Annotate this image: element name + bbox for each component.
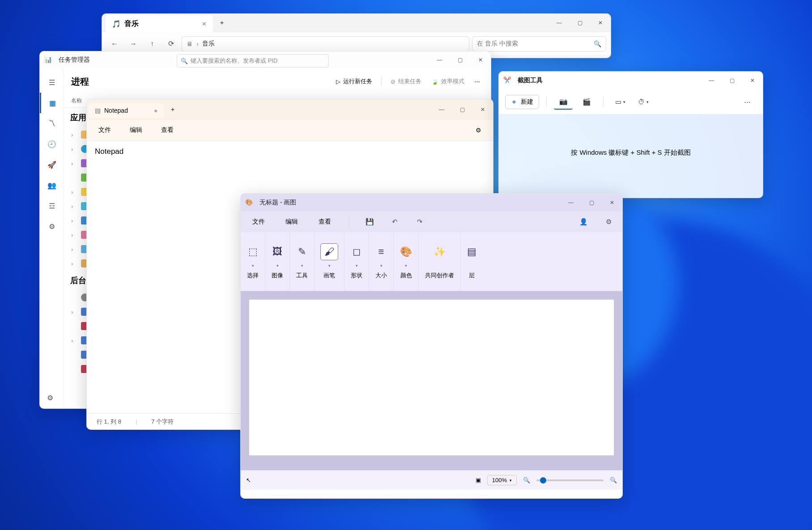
- close-button[interactable]: ✕: [590, 13, 611, 32]
- settings-icon[interactable]: ⚙: [601, 214, 616, 229]
- paint-ribbon: ⬚ ▾ 选择 🖼 ▾ 图像 ✎ ▾ 工具 🖌 ▾ 画笔 ◻ ▾ 形状 ≡ ▾ 大…: [241, 232, 622, 291]
- minimize-button[interactable]: —: [429, 51, 450, 69]
- ribbon-select[interactable]: ⬚ ▾ 选择: [241, 232, 265, 291]
- avatar-icon[interactable]: 👤: [576, 214, 591, 229]
- close-button[interactable]: ✕: [470, 51, 491, 69]
- paint-canvas[interactable]: [249, 299, 614, 456]
- menu-edit[interactable]: 编辑: [280, 215, 303, 229]
- music-search[interactable]: 在 音乐 中搜索 🔍: [472, 36, 606, 51]
- new-tab-button[interactable]: ＋: [215, 16, 229, 30]
- undo-icon[interactable]: ↶: [387, 214, 402, 229]
- processes-icon[interactable]: ▦: [40, 93, 64, 113]
- menu-icon[interactable]: ☰: [40, 72, 64, 93]
- menu-view[interactable]: 查看: [313, 215, 336, 229]
- refresh-icon[interactable]: ⟳: [163, 36, 179, 52]
- maximize-button[interactable]: ▢: [722, 71, 742, 90]
- users-icon[interactable]: 👥: [40, 175, 64, 195]
- up-icon[interactable]: ↑: [144, 36, 160, 52]
- redo-icon[interactable]: ↷: [412, 214, 427, 229]
- zoom-slider[interactable]: [536, 479, 604, 481]
- minimize-button[interactable]: —: [701, 71, 722, 90]
- menu-edit[interactable]: 编辑: [124, 123, 148, 137]
- settings-icon[interactable]: ⚙: [470, 123, 487, 137]
- maximize-button[interactable]: ▢: [570, 13, 590, 32]
- paint-titlebar[interactable]: 🎨 无标题 - 画图 — ▢ ✕: [241, 194, 622, 212]
- minimize-button[interactable]: —: [431, 100, 452, 119]
- maximize-button[interactable]: ▢: [581, 193, 602, 212]
- startup-icon[interactable]: 🚀: [40, 154, 64, 175]
- notepad-titlebar[interactable]: ▤ Notepad ● ＋ — ▢ ✕: [87, 99, 493, 120]
- services-icon[interactable]: ⚙: [40, 216, 64, 237]
- expand-icon[interactable]: ›: [71, 189, 77, 195]
- ribbon-colors[interactable]: 🎨 ▾ 颜色: [394, 232, 419, 291]
- ribbon-image[interactable]: 🖼 ▾ 图像: [265, 232, 290, 291]
- ribbon-layers[interactable]: ▤ ▾ 层: [461, 232, 483, 291]
- stop-icon: ⊘: [391, 78, 395, 85]
- save-icon[interactable]: 💾: [362, 214, 377, 229]
- more-button[interactable]: ⋯: [471, 76, 484, 87]
- slider-thumb[interactable]: [540, 477, 546, 483]
- menu-view[interactable]: 查看: [156, 123, 179, 137]
- expand-icon[interactable]: ›: [71, 217, 77, 224]
- maximize-button[interactable]: ▢: [450, 51, 470, 69]
- taskmgr-search[interactable]: 🔍 键入要搜索的名称、发布者或 PID: [177, 54, 329, 68]
- expand-icon[interactable]: ›: [71, 309, 77, 315]
- menu-file[interactable]: 文件: [93, 123, 116, 137]
- delay-button[interactable]: ⏱ ▾: [634, 94, 653, 110]
- ribbon-brush-label: 画笔: [323, 271, 335, 280]
- ribbon-cocreate[interactable]: ✨ ▾ 共同创作者: [419, 232, 461, 291]
- maximize-button[interactable]: ▢: [452, 100, 472, 119]
- expand-icon[interactable]: ›: [71, 160, 77, 167]
- ribbon-size[interactable]: ≡ ▾ 大小: [369, 232, 394, 291]
- photo-mode-button[interactable]: 📷: [554, 94, 573, 110]
- music-tab[interactable]: 🎵 音乐 ✕: [106, 15, 213, 32]
- more-button[interactable]: ⋯: [738, 94, 757, 110]
- breadcrumb-box[interactable]: 🖥 › 音乐: [182, 36, 469, 51]
- new-tab-button[interactable]: ＋: [166, 103, 180, 116]
- taskmgr-titlebar[interactable]: 📊 任务管理器 🔍 键入要搜索的名称、发布者或 PID — ▢ ✕: [40, 51, 491, 68]
- forward-icon[interactable]: →: [125, 36, 141, 52]
- expand-icon[interactable]: ›: [71, 203, 77, 210]
- shape-select-button[interactable]: ▭ ▾: [611, 94, 629, 110]
- expand-icon[interactable]: ›: [71, 232, 77, 238]
- close-button[interactable]: ✕: [472, 100, 493, 119]
- close-icon[interactable]: ✕: [202, 21, 207, 27]
- expand-icon[interactable]: ›: [71, 260, 77, 267]
- chevron-down-icon: ▾: [276, 263, 279, 268]
- snip-toolbar: ＋ 新建 📷 🎬 ▭ ▾ ⏱ ▾ ⋯: [499, 89, 763, 114]
- expand-icon[interactable]: ›: [71, 337, 77, 344]
- efficiency-mode-button[interactable]: 🍃效率模式: [428, 76, 468, 87]
- end-task-button[interactable]: ⊘结束任务: [387, 76, 425, 87]
- fit-icon[interactable]: ▣: [476, 477, 481, 483]
- zoom-select[interactable]: 100% ▾: [487, 475, 517, 485]
- zoom-out-icon[interactable]: 🔍: [523, 477, 530, 483]
- menu-file[interactable]: 文件: [247, 215, 270, 229]
- back-icon[interactable]: ←: [106, 36, 123, 52]
- minimize-button[interactable]: —: [561, 193, 581, 212]
- run-new-task-button[interactable]: ▷运行新任务: [332, 76, 376, 87]
- snip-titlebar[interactable]: ✂️ 截图工具 — ▢ ✕: [499, 72, 763, 89]
- history-icon[interactable]: 🕘: [40, 134, 64, 154]
- music-titlebar[interactable]: 🎵 音乐 ✕ ＋ — ▢ ✕: [102, 14, 611, 32]
- minimize-button[interactable]: —: [549, 13, 570, 32]
- ribbon-tools[interactable]: ✎ ▾ 工具: [290, 232, 315, 291]
- ribbon-shapes[interactable]: ◻ ▾ 形状: [344, 232, 369, 291]
- notepad-content[interactable]: Notepad: [87, 141, 493, 162]
- new-snip-button[interactable]: ＋ 新建: [505, 95, 539, 109]
- close-button[interactable]: ✕: [742, 71, 763, 90]
- new-label: 新建: [521, 98, 533, 106]
- expand-icon[interactable]: ›: [71, 246, 77, 253]
- details-icon[interactable]: ☲: [40, 195, 64, 216]
- expand-icon[interactable]: ›: [71, 131, 77, 138]
- expand-icon[interactable]: ›: [71, 146, 77, 153]
- zoom-in-icon[interactable]: 🔍: [610, 477, 617, 483]
- close-button[interactable]: ✕: [602, 193, 622, 212]
- video-mode-button[interactable]: 🎬: [577, 94, 596, 110]
- ribbon-brush[interactable]: 🖌 ▾ 画笔: [315, 232, 344, 291]
- chevron-down-icon: ▾: [356, 263, 358, 268]
- performance-icon[interactable]: 〽: [40, 113, 64, 134]
- notepad-tab[interactable]: ▤ Notepad ●: [89, 103, 164, 118]
- settings-icon[interactable]: ⚙: [47, 394, 53, 402]
- taskmgr-icon: 📊: [44, 56, 52, 64]
- chevron-down-icon: ▾: [380, 263, 383, 268]
